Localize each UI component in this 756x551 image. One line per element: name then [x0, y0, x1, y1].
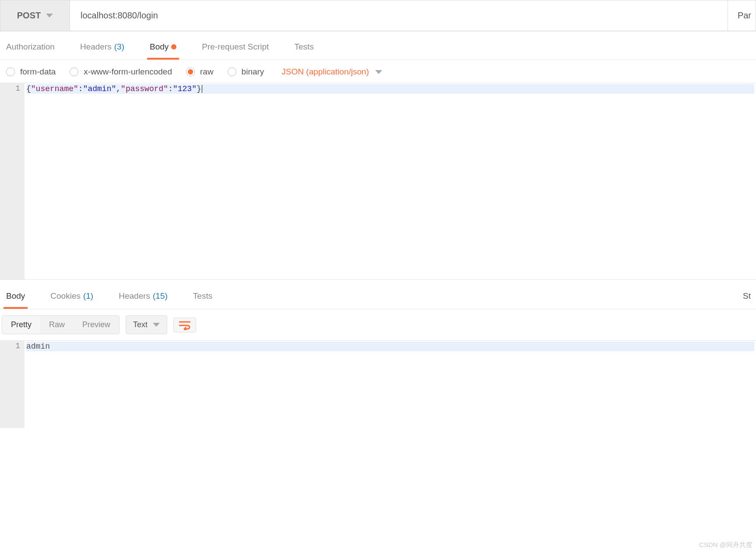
radio-form-data[interactable]: form-data [6, 67, 56, 77]
view-mode-group: Pretty Raw Preview [2, 315, 120, 334]
resp-tab-headers-label: Headers [119, 291, 150, 301]
chevron-down-icon [375, 70, 382, 74]
line-number: 1 [4, 84, 20, 93]
radio-binary[interactable]: binary [228, 67, 264, 77]
editor-code-area[interactable]: {"username":"admin","password":"123"} [25, 83, 756, 279]
tab-authorization[interactable]: Authorization [4, 39, 57, 60]
tab-prerequest-label: Pre-request Script [202, 42, 269, 52]
response-status-label: St [743, 291, 751, 300]
response-body-editor[interactable]: 1 admin [0, 340, 756, 428]
request-body-editor[interactable]: 1 {"username":"admin","password":"123"} [0, 83, 756, 280]
resp-tab-body[interactable]: Body [4, 288, 28, 309]
response-status: St [743, 288, 752, 309]
resp-tab-tests[interactable]: Tests [190, 288, 215, 309]
params-button-label: Par [738, 11, 751, 21]
tok-key: "password" [121, 85, 168, 93]
line-number: 1 [4, 342, 20, 350]
editor-gutter: 1 [0, 83, 25, 279]
radio-icon [6, 67, 15, 76]
resp-tab-headers[interactable]: Headers (15) [116, 288, 170, 309]
tok-punct: , [116, 85, 121, 93]
wrap-lines-button[interactable] [173, 318, 196, 332]
tab-headers[interactable]: Headers (3) [77, 39, 127, 60]
wrap-icon [179, 321, 190, 330]
response-format-dropdown[interactable]: Text [126, 315, 167, 334]
radio-icon [228, 67, 236, 76]
view-raw-button[interactable]: Raw [40, 316, 74, 334]
code-line: {"username":"admin","password":"123"} [26, 84, 754, 94]
resp-tab-tests-label: Tests [193, 291, 212, 301]
resp-tab-cookies-label: Cookies [50, 291, 81, 301]
request-url-input[interactable] [70, 0, 728, 31]
content-type-dropdown[interactable]: JSON (application/json) [281, 67, 382, 77]
chevron-down-icon [153, 323, 160, 327]
radio-raw[interactable]: raw [186, 67, 214, 77]
tab-tests-label: Tests [294, 42, 313, 52]
radio-urlencoded-label: x-www-form-urlencoded [84, 67, 172, 77]
tok-key: "username" [31, 85, 78, 93]
editor-code-area[interactable]: admin [25, 341, 756, 428]
tab-headers-count: (3) [114, 42, 124, 52]
request-tabs: Authorization Headers (3) Body Pre-reque… [0, 32, 756, 60]
tab-headers-label: Headers [80, 42, 112, 52]
radio-form-data-label: form-data [20, 67, 56, 77]
response-toolbar: Pretty Raw Preview Text [0, 309, 756, 340]
resp-tab-body-label: Body [6, 291, 25, 301]
radio-binary-label: binary [242, 67, 264, 77]
resp-tab-headers-count: (15) [153, 291, 168, 301]
response-tabs: Body Cookies (1) Headers (15) Tests St [0, 280, 756, 309]
tab-authorization-label: Authorization [6, 42, 55, 52]
tab-body[interactable]: Body [147, 39, 179, 60]
tok-open: { [26, 85, 31, 93]
tok-str: "123" [173, 85, 197, 93]
content-type-label: JSON (application/json) [281, 67, 369, 77]
tab-tests[interactable]: Tests [292, 39, 316, 60]
radio-checked-icon [186, 67, 195, 76]
tab-prerequest[interactable]: Pre-request Script [199, 39, 271, 60]
chevron-down-icon [46, 14, 53, 18]
view-preview-button[interactable]: Preview [74, 316, 119, 334]
response-format-label: Text [133, 320, 148, 329]
tab-body-label: Body [150, 42, 169, 52]
request-bar: POST Par [0, 0, 756, 32]
tok-punct: : [78, 85, 83, 93]
body-type-row: form-data x-www-form-urlencoded raw bina… [0, 60, 756, 83]
tok-punct: : [168, 85, 173, 93]
editor-gutter: 1 [0, 341, 25, 428]
http-method-dropdown[interactable]: POST [0, 0, 70, 31]
radio-icon [70, 67, 78, 76]
text-caret-icon [202, 85, 202, 93]
resp-tab-cookies-count: (1) [83, 291, 93, 301]
tok-str: "admin" [83, 85, 116, 93]
view-pretty-button[interactable]: Pretty [2, 316, 40, 334]
tok-close: } [197, 85, 201, 93]
radio-urlencoded[interactable]: x-www-form-urlencoded [70, 67, 172, 77]
radio-raw-label: raw [200, 67, 214, 77]
code-line: admin [26, 342, 754, 351]
http-method-label: POST [17, 11, 41, 21]
dot-indicator-icon [171, 44, 176, 49]
params-button[interactable]: Par [728, 0, 756, 31]
resp-tab-cookies[interactable]: Cookies (1) [48, 288, 96, 309]
